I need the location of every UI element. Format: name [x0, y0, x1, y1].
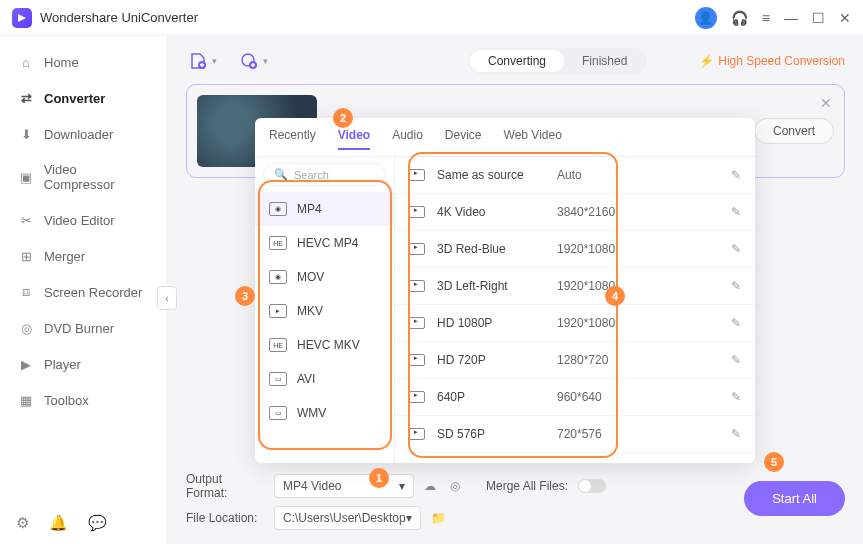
- headset-icon[interactable]: 🎧: [731, 10, 748, 26]
- edit-icon[interactable]: ✎: [731, 242, 741, 256]
- sidebar-item-toolbox[interactable]: ▦Toolbox: [0, 382, 167, 418]
- chevron-down-icon: ▾: [399, 479, 405, 493]
- resolution-list: Same as sourceAuto✎ 4K Video3840*2160✎ 3…: [395, 157, 755, 463]
- folder-icon[interactable]: 📁: [431, 510, 447, 526]
- video-icon: [409, 354, 425, 366]
- panel-tab-audio[interactable]: Audio: [392, 128, 423, 150]
- maximize-icon[interactable]: ☐: [812, 10, 825, 26]
- recorder-icon: ⧈: [18, 284, 34, 300]
- step-badge-2: 2: [333, 108, 353, 128]
- home-icon: ⌂: [18, 54, 34, 70]
- panel-tab-recently[interactable]: Recently: [269, 128, 316, 150]
- resolution-item[interactable]: HD 1080P1920*1080✎: [395, 305, 755, 342]
- resolution-item[interactable]: 3D Red-Blue1920*1080✎: [395, 231, 755, 268]
- bell-icon[interactable]: 🔔: [49, 514, 68, 532]
- tab-converting[interactable]: Converting: [470, 50, 564, 72]
- sidebar-item-label: Player: [44, 357, 81, 372]
- output-format-label: Output Format:: [186, 472, 264, 500]
- format-mkv[interactable]: ▸MKV: [255, 294, 394, 328]
- high-speed-badge[interactable]: ⚡High Speed Conversion: [699, 54, 845, 68]
- sidebar-item-label: Downloader: [44, 127, 113, 142]
- start-all-button[interactable]: Start All: [744, 481, 845, 516]
- format-panel: Recently Video Audio Device Web Video 🔍S…: [255, 118, 755, 463]
- video-icon: [409, 169, 425, 181]
- cloud-icon[interactable]: ☁: [424, 478, 440, 494]
- sidebar-item-compressor[interactable]: ▣Video Compressor: [0, 152, 167, 202]
- format-avi[interactable]: ▭AVI: [255, 362, 394, 396]
- sidebar-item-merger[interactable]: ⊞Merger: [0, 238, 167, 274]
- format-icon: ▭: [269, 372, 287, 386]
- format-hevc-mkv[interactable]: HEHEVC MKV: [255, 328, 394, 362]
- file-location-select[interactable]: C:\Users\User\Desktop▾: [274, 506, 421, 530]
- sidebar-item-editor[interactable]: ✂Video Editor: [0, 202, 167, 238]
- resolution-item[interactable]: 3D Left-Right1920*1080✎: [395, 268, 755, 305]
- chevron-down-icon[interactable]: ▾: [263, 56, 268, 66]
- chevron-down-icon[interactable]: ▾: [212, 56, 217, 66]
- sidebar-item-converter[interactable]: ⇄Converter: [0, 80, 167, 116]
- add-file-button[interactable]: [186, 49, 210, 73]
- sidebar: ⌂Home ⇄Converter ⬇Downloader ▣Video Comp…: [0, 36, 168, 544]
- toolbox-icon: ▦: [18, 392, 34, 408]
- merge-toggle[interactable]: [578, 479, 606, 493]
- edit-icon[interactable]: ✎: [731, 316, 741, 330]
- edit-icon[interactable]: ✎: [731, 390, 741, 404]
- resolution-item[interactable]: 640P960*640✎: [395, 379, 755, 416]
- add-url-button[interactable]: [237, 49, 261, 73]
- step-badge-1: 1: [369, 468, 389, 488]
- format-icon: ▸: [269, 304, 287, 318]
- sidebar-item-home[interactable]: ⌂Home: [0, 44, 167, 80]
- sidebar-item-recorder[interactable]: ⧈Screen Recorder: [0, 274, 167, 310]
- sidebar-item-label: Converter: [44, 91, 105, 106]
- disc-icon[interactable]: ◎: [450, 478, 466, 494]
- edit-icon[interactable]: ✎: [731, 279, 741, 293]
- resolution-item[interactable]: 4K Video3840*2160✎: [395, 194, 755, 231]
- sidebar-item-player[interactable]: ▶Player: [0, 346, 167, 382]
- status-tabs: Converting Finished: [468, 48, 647, 74]
- user-avatar-icon[interactable]: 👤: [695, 7, 717, 29]
- resolution-item[interactable]: Same as sourceAuto✎: [395, 157, 755, 194]
- video-icon: [409, 280, 425, 292]
- format-mp4[interactable]: ◉MP4: [255, 192, 394, 226]
- merge-label: Merge All Files:: [486, 479, 568, 493]
- app-logo-icon: [12, 8, 32, 28]
- player-icon: ▶: [18, 356, 34, 372]
- tab-finished[interactable]: Finished: [564, 50, 645, 72]
- video-icon: [409, 317, 425, 329]
- edit-icon[interactable]: ✎: [731, 353, 741, 367]
- output-format-select[interactable]: MP4 Video▾: [274, 474, 414, 498]
- sidebar-item-label: Video Compressor: [44, 162, 149, 192]
- sidebar-item-label: Video Editor: [44, 213, 115, 228]
- sidebar-item-dvd[interactable]: ◎DVD Burner: [0, 310, 167, 346]
- resolution-item[interactable]: SD 576P720*576✎: [395, 416, 755, 453]
- panel-tab-device[interactable]: Device: [445, 128, 482, 150]
- remove-file-icon[interactable]: ✕: [820, 95, 832, 111]
- scissors-icon: ✂: [18, 212, 34, 228]
- format-hevc-mp4[interactable]: HEHEVC MP4: [255, 226, 394, 260]
- minimize-icon[interactable]: —: [784, 10, 798, 26]
- video-icon: [409, 206, 425, 218]
- search-input[interactable]: 🔍Search: [263, 163, 386, 186]
- svg-marker-0: [18, 14, 26, 22]
- gear-icon[interactable]: ⚙: [16, 514, 29, 532]
- format-icon: HE: [269, 236, 287, 250]
- resolution-item[interactable]: HD 720P1280*720✎: [395, 342, 755, 379]
- format-mov[interactable]: ◉MOV: [255, 260, 394, 294]
- panel-tab-webvideo[interactable]: Web Video: [504, 128, 562, 150]
- convert-button[interactable]: Convert: [754, 118, 834, 144]
- format-icon: ▭: [269, 406, 287, 420]
- edit-icon[interactable]: ✎: [731, 427, 741, 441]
- search-icon: 🔍: [274, 168, 288, 181]
- format-wmv[interactable]: ▭WMV: [255, 396, 394, 430]
- format-icon: ◉: [269, 202, 287, 216]
- merger-icon: ⊞: [18, 248, 34, 264]
- edit-icon[interactable]: ✎: [731, 168, 741, 182]
- sidebar-item-downloader[interactable]: ⬇Downloader: [0, 116, 167, 152]
- file-location-label: File Location:: [186, 511, 264, 525]
- edit-icon[interactable]: ✎: [731, 205, 741, 219]
- step-badge-3: 3: [235, 286, 255, 306]
- close-icon[interactable]: ✕: [839, 10, 851, 26]
- panel-tab-video[interactable]: Video: [338, 128, 370, 150]
- format-icon: HE: [269, 338, 287, 352]
- chat-icon[interactable]: 💬: [88, 514, 107, 532]
- menu-icon[interactable]: ≡: [762, 10, 770, 26]
